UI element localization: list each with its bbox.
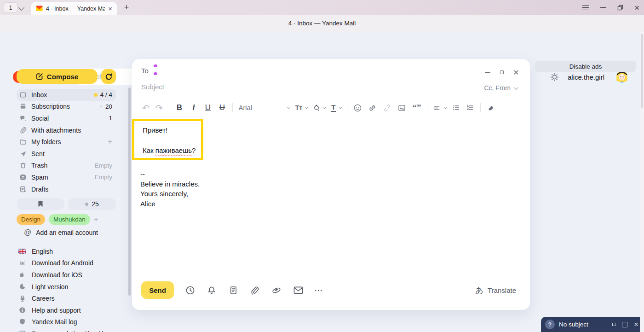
highlight-color-select[interactable]	[313, 104, 325, 111]
undo-button[interactable]: ↶	[142, 103, 150, 113]
subject-input[interactable]	[141, 83, 417, 91]
folder-my-folders[interactable]: My folders +	[17, 136, 116, 148]
tab-counter-button[interactable]: 1	[4, 2, 17, 13]
align-select[interactable]	[433, 104, 446, 112]
to-input[interactable]	[160, 63, 461, 75]
add-email-account-button[interactable]: @ Add an email account	[24, 227, 98, 238]
folder-trash[interactable]: Trash Empty	[17, 160, 116, 172]
new-tab-button[interactable]: +	[121, 1, 132, 13]
chevron-down-icon	[514, 85, 518, 90]
remove-link-button[interactable]	[383, 104, 391, 112]
strikethrough-button[interactable]: U	[218, 103, 226, 112]
subject-field[interactable]	[141, 83, 417, 91]
compose-button[interactable]: Compose	[17, 69, 98, 84]
window-minimize-button[interactable]	[600, 7, 606, 8]
signature-line: Believe in miracles.	[140, 179, 200, 189]
cc-from-toggle[interactable]: Cc, From	[484, 84, 517, 92]
schedule-send-button[interactable]	[184, 285, 196, 296]
compose-close-button[interactable]: ×	[513, 67, 519, 77]
attach-file-button[interactable]	[249, 285, 260, 296]
email-body-blank-line	[143, 135, 201, 146]
link-android[interactable]: Download for Android	[18, 257, 124, 269]
tab-close-icon[interactable]: ×	[108, 5, 112, 12]
compose-restore-button[interactable]	[500, 70, 504, 74]
link-light-version[interactable]: Light version	[18, 281, 124, 293]
send-button[interactable]: Send	[141, 281, 174, 299]
minimized-collapse-icon[interactable]	[612, 323, 615, 326]
pinned-filter-button[interactable]	[17, 198, 64, 210]
minimized-expand-icon[interactable]	[622, 322, 627, 327]
insert-link-button[interactable]	[368, 104, 377, 112]
signature-line: Alice	[140, 199, 200, 209]
attach-from-disk-button[interactable]	[271, 285, 282, 296]
font-family-select[interactable]: Arial	[239, 104, 289, 111]
redo-button[interactable]: ↷	[155, 103, 163, 113]
clear-formatting-button[interactable]	[487, 104, 495, 112]
footer-links: English Download for Android Download fo…	[18, 245, 124, 332]
folder-drafts[interactable]: Drafts	[17, 183, 116, 195]
toolbar-divider	[169, 103, 169, 112]
link-help[interactable]: Help and support	[18, 304, 124, 316]
browser-tab-strip: 1 4 · Inbox — Yandex Mail × + ×	[0, 0, 644, 15]
reminder-button[interactable]	[206, 285, 217, 296]
compose-minimize-button[interactable]	[485, 72, 490, 73]
italic-button[interactable]: I	[190, 103, 198, 112]
emoji-button[interactable]	[353, 104, 362, 112]
bold-button[interactable]: B	[175, 103, 184, 112]
browser-tab[interactable]: 4 · Inbox — Yandex Mail ×	[31, 2, 117, 15]
text-color-select[interactable]: T	[331, 104, 341, 112]
font-size-select[interactable]: Tт	[295, 104, 307, 111]
settings-gear-icon[interactable]	[550, 72, 559, 82]
tag-mushukdan[interactable]: Mushukdan	[49, 214, 90, 225]
email-body-greeting[interactable]: Привет!	[143, 125, 201, 135]
at-icon: @	[24, 228, 31, 237]
tab-list-chevron-icon[interactable]	[18, 5, 24, 11]
folder-subscriptions[interactable]: Subscriptions 20	[17, 101, 116, 113]
link-mail-log[interactable]: Yandex Mail log	[18, 316, 124, 328]
unread-filter-button[interactable]: 25	[68, 198, 116, 210]
help-icon[interactable]: ?	[545, 320, 555, 329]
quote-button[interactable]: “”	[412, 103, 421, 113]
window-close-button[interactable]: ×	[634, 3, 639, 12]
folder-count: 20	[105, 103, 112, 110]
add-tag-button[interactable]: +	[94, 215, 98, 224]
translate-label: Translate	[488, 286, 516, 294]
folder-sent[interactable]: Sent	[17, 148, 116, 160]
link-ios[interactable]: Download for iOS	[18, 269, 124, 281]
attach-from-mail-button[interactable]	[293, 285, 304, 296]
more-actions-button[interactable]: ⋯	[314, 285, 323, 296]
minimized-draft-window[interactable]: ? No subject ×	[541, 317, 644, 332]
bullet-list-button[interactable]	[452, 104, 460, 112]
email-signature[interactable]: -- Believe in miracles. Yours sincerely,…	[140, 169, 200, 209]
link-recommendations[interactable]: Recommendation Algorithms	[18, 328, 124, 332]
page-scrollbar-thumb[interactable]	[641, 34, 643, 108]
browser-menu-icon[interactable]	[582, 5, 589, 10]
link-careers[interactable]: Careers	[18, 292, 124, 304]
insert-image-button[interactable]	[397, 104, 406, 112]
minimized-draft-title: No subject	[559, 321, 608, 328]
account-username[interactable]: alice.the.girl	[568, 73, 604, 81]
doc-lines-icon	[18, 330, 26, 332]
numbered-list-button[interactable]	[466, 104, 474, 112]
tag-design[interactable]: Design	[17, 214, 45, 225]
email-body-question[interactable]: Как паживаешь?	[143, 146, 201, 156]
drafts-icon	[19, 186, 27, 193]
window-restore-button[interactable]	[617, 5, 623, 11]
folder-label: My folders	[31, 138, 108, 146]
minimized-close-icon[interactable]: ×	[634, 320, 638, 328]
link-language[interactable]: English	[18, 245, 124, 257]
folder-spam[interactable]: Spam Empty	[17, 171, 116, 183]
folder-inbox[interactable]: Inbox 4 / 4	[17, 89, 116, 101]
translate-button[interactable]: あ Translate	[476, 285, 516, 296]
folder-social[interactable]: Social 1	[17, 112, 116, 124]
android-icon	[18, 259, 26, 267]
folder-with-attachments[interactable]: With attachments	[17, 124, 116, 136]
underline-button[interactable]: U	[204, 103, 212, 112]
refresh-button[interactable]	[101, 69, 116, 84]
template-button[interactable]	[228, 285, 239, 296]
misspelled-word[interactable]: паживаешь	[155, 146, 192, 154]
folder-label: Spam	[31, 174, 95, 181]
disable-ads-button[interactable]: Disable ads	[535, 61, 636, 72]
add-folder-button[interactable]: +	[108, 137, 112, 146]
sidebar-scrollbar[interactable]	[128, 87, 131, 296]
